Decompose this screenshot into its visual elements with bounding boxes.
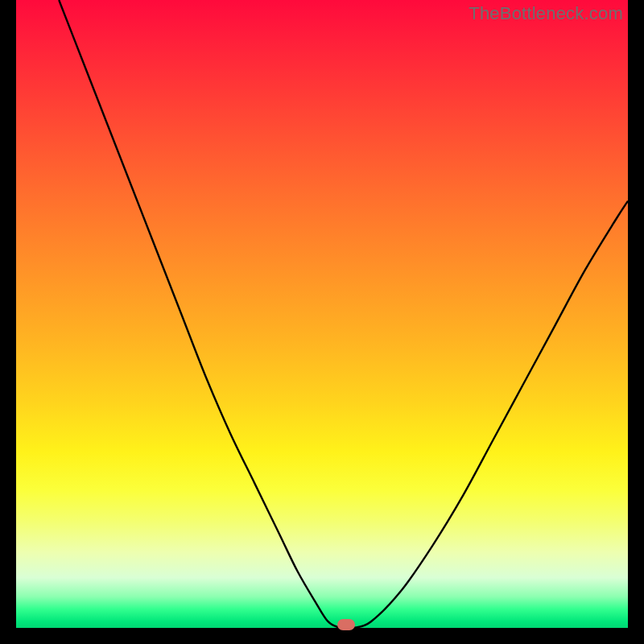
bottleneck-curve bbox=[59, 0, 628, 628]
minimum-marker bbox=[337, 619, 355, 630]
curve-layer bbox=[16, 0, 628, 628]
plot-area bbox=[16, 0, 628, 628]
watermark-text: TheBottleneck.com bbox=[469, 3, 623, 24]
chart-frame: TheBottleneck.com bbox=[0, 0, 644, 644]
